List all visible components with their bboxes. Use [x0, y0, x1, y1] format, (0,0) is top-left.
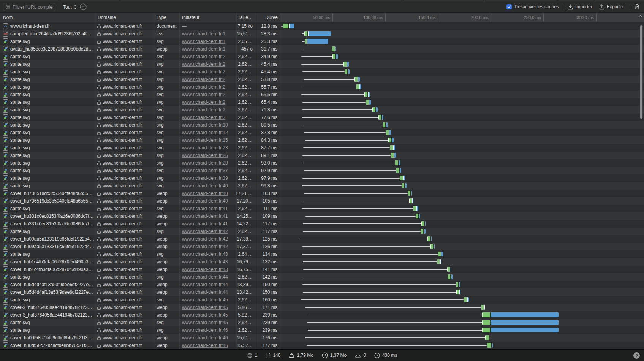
table-row[interactable]: sprite.svg www.richard-dern.fr svg www.r…	[0, 228, 644, 235]
table-row[interactable]: cover_hu0df58c72dc9cfbe8bb76c21f3… www.r…	[0, 334, 644, 342]
help-button[interactable]: ?	[633, 352, 640, 359]
column-header-initiateur[interactable]: Initiateur	[182, 13, 199, 22]
waterfall-download-bar[interactable]	[394, 153, 396, 158]
import-button[interactable]: Importer	[568, 4, 592, 10]
request-initiator-link[interactable]: www.richard-dern.fr:43	[182, 252, 228, 257]
waterfall-response-bar[interactable]	[386, 130, 389, 135]
waterfall-download-bar[interactable]	[358, 77, 360, 82]
filter-options-button[interactable]	[80, 3, 87, 10]
request-initiator-link[interactable]: www.richard-dern.fr:44	[182, 282, 228, 287]
request-initiator-link[interactable]: www.richard-dern.fr:46	[182, 343, 228, 348]
table-row[interactable]: sprite.svg www.richard-dern.fr svg www.r…	[0, 273, 644, 281]
table-row[interactable]: sprite.svg www.richard-dern.fr svg www.r…	[0, 326, 644, 334]
table-row[interactable]: sprite.svg www.richard-dern.fr svg www.r…	[0, 121, 644, 129]
table-row[interactable]: sprite.svg www.richard-dern.fr svg www.r…	[0, 159, 644, 167]
table-row[interactable]: cover_hu331c0ec8153f0ad6e0086dc7f… www.r…	[0, 220, 644, 228]
request-initiator-link[interactable]: www.richard-dern.fr:45	[182, 305, 228, 310]
request-initiator-link[interactable]: www.richard-dern.fr:23	[182, 145, 228, 150]
waterfall-download-bar[interactable]	[459, 290, 460, 294]
waterfall-download-bar[interactable]	[431, 236, 432, 241]
waterfall-response-bar[interactable]	[402, 183, 405, 188]
request-initiator-link[interactable]: www.richard-dern.fr:40	[182, 183, 228, 188]
waterfall-download-bar[interactable]	[434, 244, 435, 249]
waterfall-response-bar[interactable]	[482, 312, 490, 317]
waterfall-response-bar[interactable]	[482, 328, 490, 332]
waterfall-response-bar[interactable]	[487, 343, 491, 348]
request-initiator-link[interactable]: www.richard-dern.fr:2	[182, 77, 225, 82]
waterfall-download-bar[interactable]	[451, 274, 453, 279]
table-row[interactable]: css compiled.min.264dba0d92236f702a4f… w…	[0, 30, 644, 38]
request-initiator-link[interactable]: www.richard-dern.fr:44	[182, 290, 228, 295]
table-row[interactable]: cover_hub1c4fb3dfa06d2870f5d490a3… www.r…	[0, 258, 644, 266]
request-initiator-link[interactable]: www.richard-dern.fr:1	[182, 39, 225, 44]
waterfall-download-bar[interactable]	[425, 221, 426, 226]
waterfall-download-bar[interactable]	[459, 282, 460, 287]
waterfall-response-bar[interactable]	[413, 206, 416, 211]
waterfall-response-bar[interactable]	[482, 320, 490, 325]
request-initiator-link[interactable]: www.richard-dern.fr:45	[182, 320, 228, 325]
table-row[interactable]: sprite.svg www.richard-dern.fr svg www.r…	[0, 296, 644, 304]
waterfall-response-bar[interactable]	[356, 84, 359, 89]
table-row[interactable]: sprite.svg www.richard-dern.fr svg www.r…	[0, 53, 644, 60]
request-initiator-link[interactable]: www.richard-dern.fr:40	[182, 191, 228, 196]
table-row[interactable]: sprite.svg www.richard-dern.fr svg www.r…	[0, 60, 644, 68]
table-row[interactable]: cover_hub1c4fb3dfa06d2870f5d490a3… www.r…	[0, 266, 644, 273]
request-initiator-link[interactable]: www.richard-dern.fr:42	[182, 236, 228, 242]
request-initiator-link[interactable]: www.richard-dern.fr:10	[182, 122, 228, 128]
waterfall-response-bar[interactable]	[332, 54, 335, 59]
request-initiator-link[interactable]: www.richard-dern.fr:46	[182, 328, 228, 333]
waterfall-download-bar[interactable]	[389, 130, 391, 135]
request-initiator-link[interactable]: www.richard-dern.fr:42	[182, 244, 228, 249]
waterfall-response-bar[interactable]	[395, 160, 398, 165]
export-button[interactable]: Exporter	[599, 4, 624, 10]
waterfall-response-bar[interactable]	[437, 259, 440, 264]
disable-caches-toggle[interactable]: Désactiver les caches	[506, 4, 559, 10]
request-initiator-link[interactable]: www.richard-dern.fr:1	[182, 46, 225, 52]
table-row[interactable]: sprite.svg www.richard-dern.fr svg www.r…	[0, 250, 644, 258]
request-initiator-link[interactable]: www.richard-dern.fr:2	[182, 92, 225, 97]
waterfall-download-bar[interactable]	[289, 24, 294, 28]
waterfall-response-bar[interactable]	[481, 305, 484, 310]
waterfall-response-bar[interactable]	[400, 176, 403, 180]
table-row[interactable]: sprite.svg www.richard-dern.fr svg www.r…	[0, 167, 644, 174]
column-header-type[interactable]: Type	[157, 13, 166, 22]
waterfall-response-bar[interactable]	[343, 62, 347, 66]
clear-network-items-button[interactable]	[634, 4, 639, 10]
table-row[interactable]: sprite.svg www.richard-dern.fr svg www.r…	[0, 174, 644, 182]
waterfall-download-bar[interactable]	[308, 31, 331, 36]
request-initiator-link[interactable]: www.richard-dern.fr:2	[182, 107, 225, 112]
filter-url-input[interactable]: Filtrer l’URL complète	[3, 3, 55, 11]
waterfall-download-bar[interactable]	[307, 39, 328, 44]
waterfall-download-bar[interactable]	[376, 107, 378, 112]
checkbox-checked-icon[interactable]	[506, 4, 512, 10]
waterfall-response-bar[interactable]	[283, 24, 288, 28]
waterfall-download-bar[interactable]	[336, 54, 338, 59]
waterfall-response-bar[interactable]	[396, 168, 399, 173]
table-row[interactable]: cover_hu5d4d4af13a53f9dee6df2227e… www.r…	[0, 281, 644, 288]
table-row[interactable]: sprite.svg www.richard-dern.fr svg www.r…	[0, 91, 644, 98]
table-row[interactable]: cover-3_huf3764058ae44194b782123… www.ri…	[0, 304, 644, 311]
waterfall-download-bar[interactable]	[359, 84, 361, 89]
waterfall-download-bar[interactable]	[491, 320, 559, 325]
waterfall-download-bar[interactable]	[405, 183, 407, 188]
waterfall-response-bar[interactable]	[366, 100, 369, 104]
waterfall-response-bar[interactable]	[304, 31, 307, 36]
waterfall-response-bar[interactable]	[448, 274, 451, 279]
waterfall-response-bar[interactable]	[390, 145, 393, 150]
table-row[interactable]: sprite.svg www.richard-dern.fr svg www.r…	[0, 144, 644, 152]
table-row[interactable]: sprite.svg www.richard-dern.fr svg www.r…	[0, 98, 644, 106]
waterfall-download-bar[interactable]	[484, 305, 485, 310]
table-row[interactable]: cover-3_huf3764058ae44194b782123… www.ri…	[0, 311, 644, 319]
request-initiator-link[interactable]: www.richard-dern.fr:2	[182, 69, 225, 74]
waterfall-download-bar[interactable]	[419, 214, 420, 218]
request-initiator-link[interactable]: www.richard-dern.fr:28	[182, 160, 228, 166]
waterfall-download-bar[interactable]	[399, 160, 400, 165]
waterfall-download-bar[interactable]	[490, 335, 491, 340]
collapse-chevron-icon[interactable]	[638, 15, 642, 18]
request-initiator-link[interactable]: www.richard-dern.fr:42	[182, 229, 228, 234]
waterfall-download-bar[interactable]	[491, 328, 559, 332]
vertical-scrollbar[interactable]	[640, 25, 643, 119]
table-row[interactable]: sprite.svg www.richard-dern.fr svg www.r…	[0, 76, 644, 83]
request-initiator-link[interactable]: www.richard-dern.fr:26	[182, 153, 228, 158]
table-row[interactable]: cover_hu5d4d4af13a53f9dee6df2227e… www.r…	[0, 288, 644, 296]
